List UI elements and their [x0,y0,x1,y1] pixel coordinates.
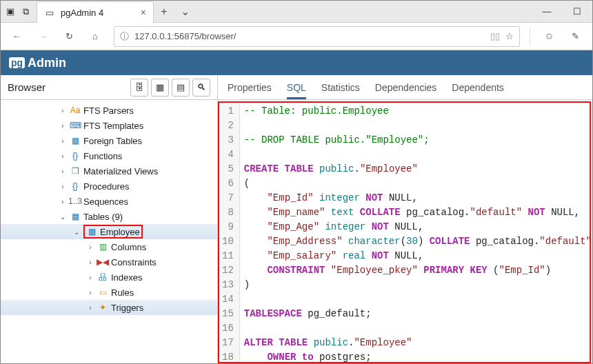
code-line: CREATE TABLE public."Employee" [244,162,591,176]
browser-toolbar: ← → ↻ ⌂ ⓘ 127.0.0.1:56875/browser/ ▯▯ ☆ … [1,23,592,50]
sql-editor[interactable]: 123456789101112131415161718 -- Table: pu… [218,101,591,363]
back-button[interactable]: ← [5,26,28,47]
tab-title: pgAdmin 4 [61,8,103,18]
caret-icon[interactable]: › [86,304,94,312]
sidebar-tool-db-icon[interactable]: 🗄 [130,79,148,97]
favorites-button[interactable]: ✩ [536,26,562,47]
content-tab[interactable]: Dependents [452,75,504,99]
caret-icon[interactable]: › [86,289,94,296]
tree-item-icon: {} [70,181,81,192]
caret-icon[interactable]: › [59,137,67,145]
notes-button[interactable]: ✎ [562,26,588,47]
refresh-button[interactable]: ↻ [57,26,81,47]
caret-icon[interactable]: › [59,168,67,175]
caret-icon[interactable]: › [59,183,67,190]
logo-badge: pg [9,57,25,68]
browser-tabs: ▭ pgAdmin 4 × + ⌄ [37,1,195,22]
caret-icon[interactable]: › [86,243,94,251]
tree-item-label: Rules [111,287,134,298]
tree-item[interactable]: ›1..3Sequences [1,194,217,209]
code-line: ( [244,176,591,191]
reading-view-icon[interactable]: ▯▯ [490,31,500,41]
caret-icon[interactable]: › [86,274,94,281]
object-tree[interactable]: ›AaFTS Parsers›⌨FTS Templates›▦Foreign T… [1,100,217,364]
code-line: -- DROP TABLE public."Employee"; [244,133,591,148]
tree-item-icon: 品 [97,272,108,283]
tabs-chevron-icon[interactable]: ⌄ [174,1,195,22]
url-field[interactable]: ⓘ 127.0.0.1:56875/browser/ ▯▯ ☆ [114,26,520,47]
tree-item-label: Procedures [83,181,129,192]
tree-item-label: FTS Parsers [83,105,134,116]
tree-item[interactable]: ⌄▦Tables (9) [1,209,217,224]
sidebar-tool-grid-icon[interactable]: ▦ [151,79,169,97]
tree-item-label-wrap: {}Procedures [70,181,129,192]
tree-item-icon: ❐ [70,165,81,176]
url-text: 127.0.0.1:56875/browser/ [134,31,236,41]
tree-item-label-wrap: ▦Foreign Tables [70,135,142,146]
tree-item[interactable]: ›品Indexes [1,270,217,285]
tree-item-icon: ▦ [70,135,81,146]
code-line: "Emp_salary" real NOT NULL, [244,249,591,263]
code-line: ALTER TABLE public."Employee" [244,336,591,350]
code-line [244,321,591,336]
tree-item-label-wrap: ▦Tables (9) [70,211,123,222]
new-tab-button[interactable]: + [154,1,174,22]
sidebar-tool-search-icon[interactable]: 🔍︎ [192,79,210,97]
close-tab-icon[interactable]: × [141,7,146,18]
content-panel: PropertiesSQLStatisticsDependenciesDepen… [218,75,592,364]
tree-item[interactable]: ⌄▦Employee [1,224,217,239]
forward-button[interactable]: → [31,26,54,47]
tree-item-label-wrap: ✦Triggers [97,302,143,313]
tree-item[interactable]: ›▶◀Constraints [1,254,217,270]
tree-item-icon: ▭ [97,287,108,298]
content-tab[interactable]: Properties [228,75,272,99]
code-line: OWNER to postgres; [244,350,591,363]
code-line [244,119,591,133]
tree-item[interactable]: ›AaFTS Parsers [1,103,217,118]
code-line: CONSTRAINT "Employee_pkey" PRIMARY KEY (… [244,263,591,278]
caret-icon[interactable]: ⌄ [72,228,81,236]
browser-tab-active[interactable]: ▭ pgAdmin 4 × [37,1,154,23]
window-minimize-button[interactable]: — [532,1,562,22]
caret-icon[interactable]: › [59,152,67,160]
tree-item[interactable]: ›▥Columns [1,239,217,254]
tree-item[interactable]: ›⌨FTS Templates [1,118,217,133]
main-area: Browser 🗄 ▦ ▤ 🔍︎ ›AaFTS Parsers›⌨FTS Tem… [1,75,592,364]
tree-item-label: Employee [100,227,140,237]
site-info-icon[interactable]: ⓘ [120,30,129,43]
tree-item-label-wrap: 1..3Sequences [70,196,128,207]
window-maximize-button[interactable]: ☐ [562,1,592,22]
code-line: TABLESPACE pg_default; [244,307,591,321]
sidebar-tool-filter-icon[interactable]: ▤ [172,79,190,97]
sidebar-tools: 🗄 ▦ ▤ 🔍︎ [130,79,210,97]
content-tab[interactable]: SQL [287,75,306,99]
tree-item[interactable]: ›▭Rules [1,285,217,300]
caret-icon[interactable]: › [59,122,67,130]
window-titlebar: ▣ ⧉ ▭ pgAdmin 4 × + ⌄ — ☐ [1,1,592,23]
tree-item[interactable]: ›{}Procedures [1,179,217,194]
tree-item-label-wrap: ▥Columns [97,241,146,252]
caret-icon[interactable]: › [59,107,67,114]
tree-item[interactable]: ›{}Functions [1,148,217,163]
content-tabs: PropertiesSQLStatisticsDependenciesDepen… [218,75,592,100]
code-body[interactable]: -- Table: public.Employee-- DROP TABLE p… [240,103,591,363]
tree-item-label: Indexes [111,272,143,283]
tree-item-label-wrap: ❐Materialized Views [70,165,158,176]
tree-item[interactable]: ›❐Materialized Views [1,163,217,179]
home-button[interactable]: ⌂ [83,26,107,47]
tree-item-label-wrap: ▦Employee [83,225,143,239]
tree-item-icon: Aa [70,105,81,116]
tree-item-label: Constraints [111,257,157,267]
caret-icon[interactable]: ⌄ [59,213,67,221]
tab-favicon: ▭ [44,7,55,18]
caret-icon[interactable]: › [59,198,67,205]
content-tab[interactable]: Dependencies [375,75,437,99]
tree-item-label: Sequences [83,196,128,207]
favorite-star-icon[interactable]: ☆ [505,31,514,41]
content-tab[interactable]: Statistics [321,75,360,99]
code-line: "Emp_name" text COLLATE pg_catalog."defa… [244,205,591,220]
tree-item[interactable]: ›▦Foreign Tables [1,133,217,148]
tree-item[interactable]: ›✦Triggers [1,300,217,315]
caret-icon[interactable]: › [86,259,94,266]
tree-item-label-wrap: ▭Rules [97,287,134,298]
